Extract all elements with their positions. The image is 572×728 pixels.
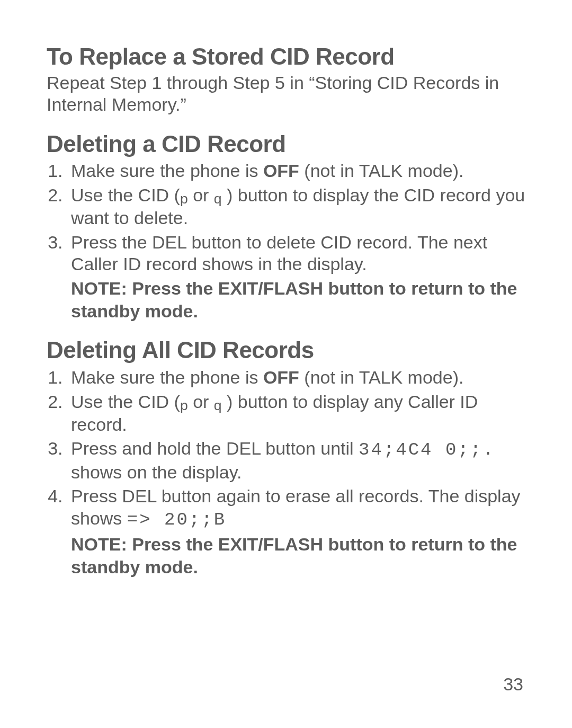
list-item: Press and hold the DEL button until 34;4…: [68, 438, 525, 483]
arrow-glyph: p: [180, 397, 188, 413]
arrow-glyph: q: [214, 191, 222, 207]
body-text: Use the CID (: [71, 392, 180, 412]
bold-text: OFF: [263, 367, 299, 387]
list-item: Press the DEL button to delete CID recor…: [68, 232, 525, 323]
list-item: Make sure the phone is OFF (not in TALK …: [68, 367, 525, 388]
body-text: Make sure the phone is: [71, 367, 263, 387]
heading-replace-cid: To Replace a Stored CID Record: [47, 42, 525, 71]
arrow-glyph: p: [180, 191, 188, 207]
bold-text: OFF: [263, 161, 299, 181]
arrow-glyph: q: [214, 397, 222, 413]
body-text: Press the DEL button to delete CID recor…: [71, 232, 487, 274]
body-text: or: [188, 392, 214, 412]
list-item: Use the CID (p or q ) button to display …: [68, 184, 525, 229]
body-text: Make sure the phone is: [71, 161, 263, 181]
body-text: shows on the display.: [71, 462, 242, 482]
heading-delete-all-cid: Deleting All CID Records: [47, 336, 525, 365]
body-text: (not in TALK mode).: [299, 367, 464, 387]
list-delete-cid: Make sure the phone is OFF (not in TALK …: [47, 160, 525, 322]
note-text: NOTE: Press the EXIT/FLASH button to ret…: [71, 533, 525, 578]
list-item: Press DEL button again to erase all reco…: [68, 485, 525, 578]
body-text: (not in TALK mode).: [299, 161, 464, 181]
note-text: NOTE: Press the EXIT/FLASH button to ret…: [71, 277, 525, 322]
list-delete-all-cid: Make sure the phone is OFF (not in TALK …: [47, 367, 525, 578]
para-replace-cid: Repeat Step 1 through Step 5 in “Storing…: [47, 72, 525, 116]
body-text: or: [188, 185, 214, 205]
display-code: 34;4C4 0;;.: [359, 440, 495, 460]
page-number: 33: [503, 673, 523, 695]
list-item: Use the CID (p or q ) button to display …: [68, 391, 525, 436]
list-item: Make sure the phone is OFF (not in TALK …: [68, 160, 525, 182]
display-code: => 20;;B: [127, 510, 226, 530]
heading-delete-cid: Deleting a CID Record: [47, 130, 525, 158]
body-text: Press and hold the DEL button until: [71, 438, 359, 458]
manual-page: To Replace a Stored CID Record Repeat St…: [0, 0, 572, 728]
body-text: Use the CID (: [71, 185, 180, 205]
